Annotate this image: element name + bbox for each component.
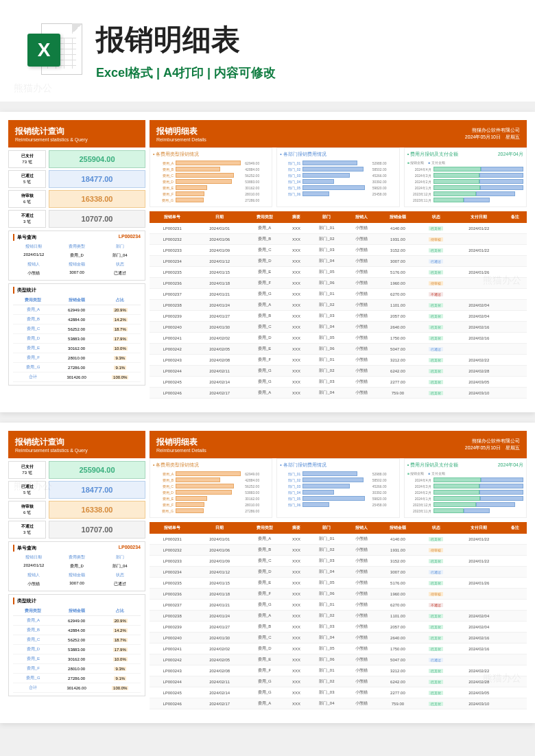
table-row: LP0002402024/01/30费用_CXXX部门_04小熊猫2640.00… [150,633,527,643]
table-row: LP0002342024/01/12费用_DXXX部门_04小熊猫3007.00… [150,256,527,267]
kpi-label: 已支付73 笔 [8,150,46,168]
chart-department: • 各部门报销费用情况部门_0152988.00部门_0258502.00部门_… [276,147,399,207]
table-row: 费用_F28010.009.3% [13,664,141,674]
table-row: LP0002432024/02/08费用_FXXX部门_01小熊猫3212.00… [150,665,527,676]
table-row: LP0002322024/01/06费用_BXXX部门_02小熊猫1931.00… [150,234,527,245]
table-row: LP0002342024/01/12费用_DXXX部门_04小熊猫3007.00… [150,567,527,578]
lookup-panel: 单号查询LP000234 报销日期费用类型部门 2024/01/12费用_D部门… [8,231,145,281]
type-stats-panel: 类型统计 费用类型报销金额占比费用_A62949.0020.9%费用_B4288… [8,594,145,696]
type-stats-table: 费用类型报销金额占比费用_A62949.0020.9%费用_B42884.001… [13,606,141,693]
kpi-value: 255904.00 [49,461,145,479]
table-row: LP0002452024/02/14费用_GXXX部门_03小熊猫2277.00… [150,377,527,388]
kpi-value: 255904.00 [49,150,145,168]
table-row: LP0002382024/01/24费用_AXXX部门_02小熊猫1101.00… [150,300,527,311]
table-row: LP0002432024/02/08费用_FXXX部门_01小熊猫3212.00… [150,355,527,366]
hero-title: 报销明细表 [96,21,276,59]
table-row: LP0002382024/01/24费用_AXXX部门_02小熊猫1101.00… [150,611,527,622]
table-row: 费用_G27286.009.1% [13,363,141,373]
kpi-value: 16338.00 [49,501,145,519]
detail-table: 报销单号日期费用类型摘要部门报销人报销金额状态支付日期备注LP000231202… [150,211,527,399]
kpi-value: 18477.00 [49,481,145,499]
type-stats-table: 费用类型报销金额占比费用_A62949.0020.9%费用_B42884.001… [13,296,141,382]
kpi-value: 10707.00 [49,210,145,228]
panel-header-left: 报销统计查询 Reimbursement statistics & Query [8,431,145,458]
hero-subtitle: Excel格式 | A4打印 | 内容可修改 [96,64,276,81]
chart-monthly: • 费用月报销及支付金额2024年04月报销金额支付金额2024年4月2024年… [404,458,527,518]
table-row: 费用_G27286.009.1% [13,674,141,683]
table-row: LP0002362024/01/18费用_FXXX部门_06小熊猫1960.00… [150,589,527,600]
table-row: LP0002372024/01/21费用_GXXX部门_01小熊猫6270.00… [150,600,527,611]
table-row: LP0002452024/02/14费用_GXXX部门_03小熊猫2277.00… [150,687,527,698]
table-row: LP0002422024/02/05费用_EXXX部门_06小熊猫5047.00… [150,344,527,355]
table-row: LP0002332024/01/09费用_CXXX部门_03小熊猫3152.00… [150,245,527,256]
kpi-block: 已支付73 笔255904.00已通过5 笔18477.00待审核6 笔1633… [8,147,145,228]
template-preview: 报销统计查询 Reimbursement statistics & Query … [0,423,535,723]
table-row: LP0002372024/01/21费用_GXXX部门_01小熊猫6270.00… [150,289,527,300]
kpi-label: 已支付73 笔 [8,461,46,479]
kpi-label: 不通过3 笔 [8,521,46,539]
table-row: LP0002442024/02/11费用_GXXX部门_02小熊猫6242.00… [150,366,527,377]
lookup-panel: 单号查询LP000234 报销日期费用类型部门 2024/01/12费用_D部门… [8,541,145,591]
table-row: 费用_A62949.0020.9% [13,616,141,626]
table-row: 费用_F28010.009.3% [13,353,141,363]
table-row: LP0002412024/02/02费用_DXXX部门_05小熊猫1750.00… [150,643,527,654]
charts-row: • 各费用类型报销情况费用_A62949.00费用_B42884.00费用_C5… [150,147,527,207]
table-row: LP0002402024/01/30费用_CXXX部门_04小熊猫2640.00… [150,322,527,333]
kpi-block: 已支付73 笔255904.00已通过5 笔18477.00待审核6 笔1633… [8,458,145,539]
panel-header-left: 报销统计查询 Reimbursement statistics & Query [8,120,145,147]
table-row: 费用_C56252.0018.7% [13,324,141,334]
detail-table: 报销单号日期费用类型摘要部门报销人报销金额状态支付日期备注LP000231202… [150,522,527,709]
chart-department: • 各部门报销费用情况部门_0152988.00部门_0258502.00部门_… [276,458,399,518]
kpi-label: 待审核6 笔 [8,190,46,208]
table-row: LP0002352024/01/15费用_EXXX部门_05小熊猫5176.00… [150,578,527,589]
kpi-label: 已通过5 笔 [8,170,46,188]
table-row: 合计301426.00100.0% [13,683,141,693]
kpi-value: 10707.00 [49,521,145,539]
table-row: LP0002352024/01/15费用_EXXX部门_05小熊猫5176.00… [150,267,527,278]
table-row: 费用_D53883.0017.9% [13,334,141,344]
kpi-value: 18477.00 [49,170,145,188]
table-row: 费用_E30162.0010.0% [13,344,141,353]
kpi-label: 不通过3 笔 [8,210,46,228]
chart-monthly: • 费用月报销及支付金额2024年04月报销金额支付金额2024年4月2024年… [404,147,527,207]
table-row: LP0002322024/01/06费用_BXXX部门_02小熊猫1931.00… [150,545,527,556]
table-row: 费用_D53883.0017.9% [13,645,141,654]
kpi-label: 已通过5 笔 [8,481,46,499]
hero-banner: X 报销明细表 Excel格式 | A4打印 | 内容可修改 [0,0,535,102]
panel-header-right: 报销明细表 Reimbursement Details 熊猫办公软件有限公司 2… [150,120,527,147]
table-row: LP0002312024/01/01费用_AXXX部门_01小熊猫4140.00… [150,534,527,545]
table-row: 费用_B42884.0014.2% [13,315,141,324]
table-row: 费用_B42884.0014.2% [13,626,141,635]
table-row: 费用_C56252.0018.7% [13,635,141,645]
table-row: LP0002312024/01/01费用_AXXX部门_01小熊猫4140.00… [150,223,527,234]
table-row: LP0002362024/01/18费用_FXXX部门_06小熊猫1960.00… [150,278,527,289]
kpi-label: 待审核6 笔 [8,501,46,519]
table-row: 费用_A62949.0020.9% [13,305,141,315]
panel-header-right: 报销明细表 Reimbursement Details 熊猫办公软件有限公司 2… [150,431,527,458]
table-row: LP0002442024/02/11费用_GXXX部门_02小熊猫6242.00… [150,676,527,687]
charts-row: • 各费用类型报销情况费用_A62949.00费用_B42884.00费用_C5… [150,458,527,518]
table-row: LP0002422024/02/05费用_EXXX部门_06小熊猫5047.00… [150,654,527,665]
table-row: LP0002392024/01/27费用_BXXX部门_03小熊猫2057.00… [150,311,527,322]
chart-expense-type: • 各费用类型报销情况费用_A62949.00费用_B42884.00费用_C5… [150,458,272,518]
table-row: 合计301426.00100.0% [13,373,141,382]
chart-expense-type: • 各费用类型报销情况费用_A62949.00费用_B42884.00费用_C5… [150,147,272,207]
table-row: 费用_E30162.0010.0% [13,654,141,664]
table-row: LP0002462024/02/17费用_AXXX部门_04小熊猫759.00已… [150,698,527,709]
type-stats-panel: 类型统计 费用类型报销金额占比费用_A62949.0020.9%费用_B4288… [8,283,145,386]
template-preview: 报销统计查询 Reimbursement statistics & Query … [0,112,535,412]
table-row: LP0002332024/01/09费用_CXXX部门_03小熊猫3152.00… [150,556,527,567]
table-row: LP0002392024/01/27费用_BXXX部门_03小熊猫2057.00… [150,622,527,633]
kpi-value: 16338.00 [49,190,145,208]
table-row: LP0002462024/02/17费用_AXXX部门_04小熊猫759.00已… [150,388,527,399]
excel-icon: X [27,23,82,78]
table-row: LP0002412024/02/02费用_DXXX部门_05小熊猫1750.00… [150,333,527,344]
